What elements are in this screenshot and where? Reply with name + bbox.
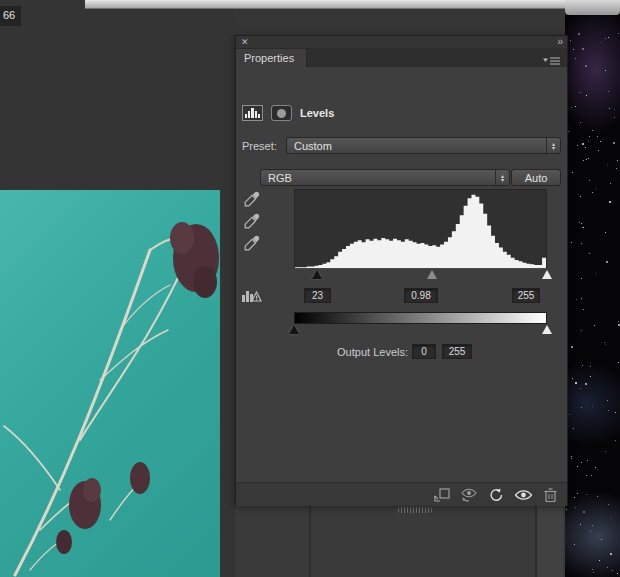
dropdown-stepper-icon: ▴▾ [546, 138, 560, 153]
channel-dropdown[interactable]: RGB ▴▾ [260, 169, 510, 186]
preset-label: Preset: [242, 140, 286, 152]
input-gamma-slider[interactable] [427, 270, 437, 279]
channel-row: RGB ▴▾ Auto [260, 169, 561, 186]
input-white-slider[interactable] [542, 270, 552, 279]
desktop-wallpaper [565, 0, 620, 577]
view-previous-state-icon[interactable] [459, 487, 479, 503]
tab-properties[interactable]: Properties [236, 49, 307, 67]
output-black-field[interactable]: 0 [412, 344, 436, 359]
output-white-field[interactable]: 255 [442, 344, 472, 359]
adjustment-title: Levels [300, 107, 334, 119]
preset-dropdown[interactable]: Custom ▴▾ [286, 137, 561, 154]
preset-row: Preset: Custom ▴▾ [242, 137, 561, 154]
gray-point-eyedropper-icon[interactable] [244, 213, 260, 229]
output-white-slider[interactable] [542, 325, 552, 334]
document-tab[interactable]: 66 [0, 6, 21, 26]
preset-value: Custom [294, 140, 332, 152]
channel-value: RGB [268, 172, 292, 184]
photo-branches [0, 190, 220, 577]
panel-topbar: ✕ ›› [236, 36, 567, 49]
panel-menu-icon[interactable] [543, 53, 561, 64]
delete-trash-icon[interactable] [540, 487, 560, 503]
document-image [0, 190, 220, 577]
scrollbar-handle[interactable] [398, 507, 432, 513]
input-gamma-field[interactable]: 0.98 [404, 288, 438, 303]
input-slider-track [294, 270, 547, 281]
properties-panel: ✕ ›› Properties Levels Preset: [235, 35, 568, 505]
levels-histogram [294, 189, 547, 269]
screen: 66 [0, 0, 620, 577]
levels-adjustment-icon [242, 105, 263, 121]
panel-column [537, 505, 563, 577]
output-levels-label: Output Levels: [337, 346, 408, 358]
output-values-row: Output Levels: 0 255 [236, 344, 569, 359]
panel-content: Levels Preset: Custom ▴▾ RGB ▴▾ [236, 67, 567, 506]
output-black-slider[interactable] [289, 325, 299, 334]
black-point-eyedropper-icon[interactable] [244, 191, 260, 207]
input-white-field[interactable]: 255 [512, 288, 540, 303]
visibility-eye-icon[interactable] [513, 487, 533, 503]
output-slider-track [294, 325, 547, 335]
collapse-panel-icon[interactable]: ›› [557, 36, 562, 48]
input-black-slider[interactable] [312, 270, 322, 279]
close-icon[interactable]: ✕ [241, 37, 249, 48]
background-window-titlebar [85, 0, 620, 9]
panel-group-background [235, 505, 565, 577]
panel-tab-bar: Properties [236, 49, 567, 67]
adjustment-header: Levels [242, 103, 334, 123]
input-black-field[interactable]: 23 [304, 288, 331, 303]
reset-icon[interactable] [486, 487, 506, 503]
histogram-warning-icon[interactable] [241, 286, 262, 304]
panel-toolbar [236, 482, 567, 506]
background-window-titlebar-corner [565, 0, 620, 15]
clip-to-layer-icon[interactable] [432, 487, 452, 503]
panel-edge-divider [309, 505, 311, 577]
mask-thumbnail-icon[interactable] [271, 105, 292, 121]
output-gradient-bar [294, 312, 547, 324]
white-point-eyedropper-icon[interactable] [244, 235, 260, 251]
histogram-svg [295, 190, 546, 268]
auto-button[interactable]: Auto [511, 169, 561, 186]
input-values-row: 23 0.98 255 [294, 288, 547, 303]
dropdown-stepper-icon: ▴▾ [495, 170, 509, 185]
